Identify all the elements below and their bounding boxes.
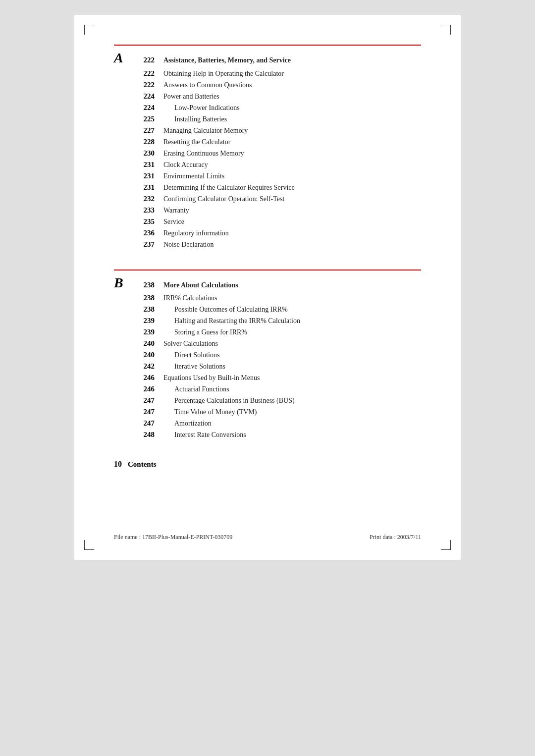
toc-entry-text: Direct Solutions (163, 350, 421, 360)
toc-page-number: 248 (139, 431, 163, 439)
toc-page-number: 232 (139, 195, 163, 203)
toc-entry-text: Clock Accuracy (163, 160, 421, 170)
section-B: B238More About Calculations238IRR% Calcu… (114, 270, 421, 440)
toc-entry: 237Noise Declaration (114, 239, 421, 250)
toc-page-number: 233 (139, 206, 163, 215)
toc-entry: 238Possible Outcomes of Calculating IRR% (114, 304, 421, 315)
toc-page-number: 222 (139, 81, 163, 89)
toc-entry-text: Environmental Limits (163, 171, 421, 181)
toc-entry-text: Percentage Calculations in Business (BUS… (163, 395, 421, 406)
toc-page-number: 231 (139, 183, 163, 192)
toc-entry-text: Power and Batteries (163, 91, 421, 102)
toc-entry-text: IRR% Calculations (163, 293, 421, 303)
toc-page-number: 224 (139, 92, 163, 101)
toc-page-number: 240 (139, 351, 163, 359)
toc-page-number: 225 (139, 115, 163, 123)
toc-page-number: 237 (139, 240, 163, 249)
toc-entry-text: Storing a Guess for IRR% (163, 327, 421, 337)
section-A: A222Assistance, Batteries, Memory, and S… (114, 45, 421, 250)
toc-page-number: 246 (139, 385, 163, 393)
toc-entry-text: Noise Declaration (163, 239, 421, 250)
toc-entry-text: Halting and Restarting the IRR% Calculat… (163, 316, 421, 326)
toc-entry: 240Direct Solutions (114, 350, 421, 360)
toc-page-number: 227 (139, 126, 163, 135)
corner-mark-top-right (441, 25, 451, 35)
section-letter-B: B (114, 274, 139, 291)
toc-entry-text: Equations Used by Built-in Menus (163, 373, 421, 383)
section-letter-text: B (114, 275, 123, 290)
toc-entry: 231Determining If the Calculator Require… (114, 182, 421, 193)
toc-page-number: 242 (139, 362, 163, 371)
toc-entry-text: Answers to Common Questions (163, 80, 421, 90)
corner-mark-bottom-left (84, 540, 94, 550)
toc-entry-text: Low-Power Indications (163, 103, 421, 113)
toc-page-number: 239 (139, 328, 163, 336)
toc-entry-text: Obtaining Help in Operating the Calculat… (163, 68, 421, 79)
toc-entry: 242Iterative Solutions (114, 361, 421, 372)
toc-entry: 247Amortization (114, 418, 421, 429)
toc-entry: 248Interest Rate Conversions (114, 430, 421, 440)
toc-entry: 247Time Value of Money (TVM) (114, 407, 421, 417)
bottom-page-number: 10 (114, 460, 122, 469)
bottom-page-text: Contents (128, 460, 157, 469)
footer-left: File name : 17BII-Plus-Manual-E-PRINT-03… (114, 534, 232, 541)
toc-entry: 236Regulatory information (114, 228, 421, 238)
toc-entry: 231Clock Accuracy (114, 160, 421, 170)
toc-page-number: 247 (139, 396, 163, 405)
toc-entry: B238More About Calculations (114, 270, 421, 291)
toc-entry-text: Amortization (163, 418, 421, 429)
toc-page-number: 235 (139, 217, 163, 226)
toc-entry: 235Service (114, 216, 421, 227)
toc-entry-text: Erasing Continuous Memory (163, 148, 421, 159)
toc-entry: 239Storing a Guess for IRR% (114, 327, 421, 337)
toc-entry: 232Confirming Calculator Operation: Self… (114, 194, 421, 204)
toc-page-number: 246 (139, 374, 163, 382)
toc-page-number: 236 (139, 229, 163, 237)
toc-entry: 222Answers to Common Questions (114, 80, 421, 90)
toc-entry-text: Resetting the Calculator (163, 137, 421, 147)
page-footer: File name : 17BII-Plus-Manual-E-PRINT-03… (114, 534, 421, 541)
toc-page-number: 238 (139, 281, 163, 289)
toc-page-number: 222 (139, 56, 163, 64)
toc-entry-text: Assistance, Batteries, Memory, and Servi… (163, 55, 421, 65)
toc-entry-text: Warranty (163, 205, 421, 216)
toc-entry: 222Obtaining Help in Operating the Calcu… (114, 68, 421, 79)
toc-entry: 228Resetting the Calculator (114, 137, 421, 147)
toc-entry: 231Environmental Limits (114, 171, 421, 181)
toc-entry: 246Actuarial Functions (114, 384, 421, 394)
toc-entry: A222Assistance, Batteries, Memory, and S… (114, 45, 421, 66)
toc-page-number: 239 (139, 317, 163, 325)
toc-entry: 224Power and Batteries (114, 91, 421, 102)
section-letter-text: A (114, 50, 123, 65)
toc-entry: 238IRR% Calculations (114, 293, 421, 303)
toc-entry-text: Determining If the Calculator Requires S… (163, 182, 421, 193)
toc-entry-text: Solver Calculations (163, 338, 421, 349)
toc-entry-text: Actuarial Functions (163, 384, 421, 394)
toc-entry-text: Iterative Solutions (163, 361, 421, 372)
toc-entry: 224Low-Power Indications (114, 103, 421, 113)
corner-mark-bottom-right (441, 540, 451, 550)
toc-page-number: 247 (139, 419, 163, 428)
toc-entry: 239Halting and Restarting the IRR% Calcu… (114, 316, 421, 326)
toc-entry: 247Percentage Calculations in Business (… (114, 395, 421, 406)
toc-entry-text: More About Calculations (163, 280, 421, 290)
toc-entry: 230Erasing Continuous Memory (114, 148, 421, 159)
toc-entry-text: Installing Batteries (163, 114, 421, 124)
toc-page-number: 238 (139, 305, 163, 314)
page: A222Assistance, Batteries, Memory, and S… (74, 15, 461, 560)
corner-mark-top-left (84, 25, 94, 35)
toc-entry-text: Interest Rate Conversions (163, 430, 421, 440)
toc-entry-text: Service (163, 216, 421, 227)
footer-right: Print data : 2003/7/11 (370, 534, 421, 541)
toc-entry-text: Regulatory information (163, 228, 421, 238)
toc-page-number: 228 (139, 138, 163, 146)
section-letter-A: A (114, 50, 139, 66)
toc-entry: 227Managing Calculator Memory (114, 125, 421, 136)
toc-entry-text: Confirming Calculator Operation: Self-Te… (163, 194, 421, 204)
toc-entry: 240Solver Calculations (114, 338, 421, 349)
toc-page-number: 247 (139, 408, 163, 416)
toc-page-number: 230 (139, 149, 163, 158)
toc-page-number: 240 (139, 339, 163, 348)
toc-entry-text: Time Value of Money (TVM) (163, 407, 421, 417)
toc-entry-text: Possible Outcomes of Calculating IRR% (163, 304, 421, 315)
